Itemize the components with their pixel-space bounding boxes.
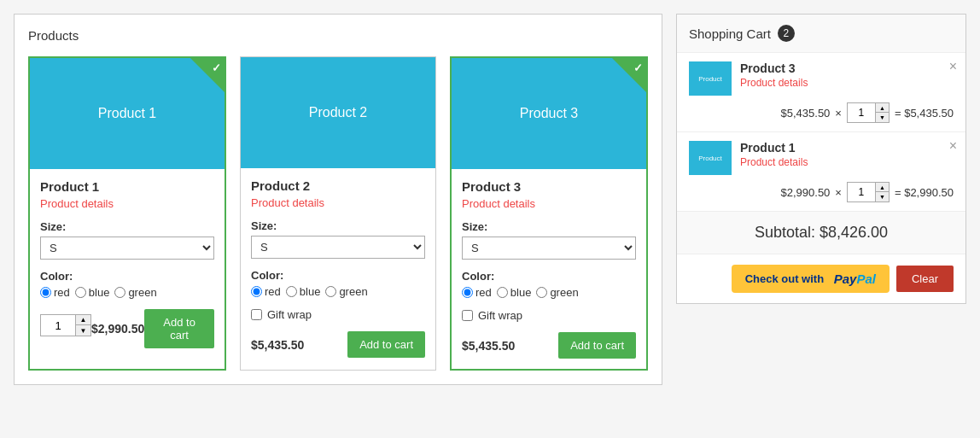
size-label-1: Size: xyxy=(40,220,214,233)
color-group-3: red blue green xyxy=(462,286,636,299)
cart-item-row-3: Product Product 3 Product details xyxy=(689,61,954,96)
cart-qty-arrows-3: ▲ ▼ xyxy=(875,103,889,122)
add-to-cart-btn-3[interactable]: Add to cart xyxy=(558,332,636,359)
products-grid: Product 1 ✓ Product 1 Product details Si… xyxy=(28,56,648,371)
product-details-link-3[interactable]: Product details xyxy=(462,197,636,210)
checkmark-icon-3: ✓ xyxy=(633,61,643,74)
cart-item-info-3: Product 3 Product details xyxy=(740,61,954,89)
product-details-link-1[interactable]: Product details xyxy=(40,197,214,210)
qty-arrows-1: ▲ ▼ xyxy=(75,315,90,336)
color-green-2[interactable]: green xyxy=(325,285,367,298)
cart-qty-up-1[interactable]: ▲ xyxy=(875,183,889,192)
product-image-label-2: Product 2 xyxy=(309,105,367,120)
cart-item-price-row-1: $2,990.50 × ▲ ▼ = $2,990.50 xyxy=(689,182,954,202)
price-label-3: $5,435.50 xyxy=(462,339,515,353)
product-body-3: Product 3 Product details Size: SMLXL Co… xyxy=(452,169,646,369)
cart-item-info-1: Product 1 Product details xyxy=(740,141,954,168)
size-label-3: Size: xyxy=(462,220,636,233)
cart-item-unit-price-3: $5,435.50 xyxy=(781,107,831,120)
color-green-3[interactable]: green xyxy=(536,286,578,299)
cart-item-thumb-3: Product xyxy=(689,61,732,96)
checkmark-icon-1: ✓ xyxy=(212,61,221,74)
price-label-2: $5,435.50 xyxy=(251,338,304,352)
product-image-3: Product 3 ✓ xyxy=(452,58,646,169)
cart-item-1: × Product Product 1 Product details $2,9… xyxy=(677,132,965,212)
cart-item-details-1[interactable]: Product details xyxy=(740,156,808,168)
cart-badge: 2 xyxy=(778,25,795,42)
color-blue-3[interactable]: blue xyxy=(497,286,532,299)
product-footer-3: $5,435.50 Add to cart xyxy=(462,332,636,359)
product-image-2: Product 2 xyxy=(241,57,435,168)
color-green-1[interactable]: green xyxy=(114,286,156,299)
qty-down-1[interactable]: ▼ xyxy=(75,325,90,336)
size-label-2: Size: xyxy=(251,219,425,232)
checkmark-badge-1: ✓ xyxy=(190,58,225,92)
gift-wrap-label-3: Gift wrap xyxy=(478,309,522,322)
product-footer-2: $5,435.50 Add to cart xyxy=(251,331,425,358)
color-label-1: Color: xyxy=(40,270,214,283)
product-name-1: Product 1 xyxy=(40,179,214,194)
cart-actions: Check out with PayPal Clear xyxy=(677,254,965,303)
cart-item-total-3: = $5,435.50 xyxy=(895,107,954,120)
qty-price-group-1: ▲ ▼ xyxy=(40,314,91,343)
cart-qty-input-1[interactable] xyxy=(848,183,875,201)
cart-item-row-1: Product Product 1 Product details xyxy=(689,141,954,175)
checkout-label: Check out with xyxy=(745,272,824,285)
product-body-1: Product 1 Product details Size: SMLXL Co… xyxy=(30,169,225,359)
add-to-cart-btn-2[interactable]: Add to cart xyxy=(347,331,425,358)
clear-button[interactable]: Clear xyxy=(896,266,954,292)
cart-item-price-row-3: $5,435.50 × ▲ ▼ = $5,435.50 xyxy=(689,102,954,123)
cart-item-close-3[interactable]: × xyxy=(949,60,957,73)
paypal-checkout-button[interactable]: Check out with PayPal xyxy=(732,265,890,293)
cart-item-thumb-1: Product xyxy=(689,141,732,175)
color-blue-1[interactable]: blue xyxy=(75,286,110,299)
subtotal-text: Subtotal: $8,426.00 xyxy=(755,224,888,241)
cart-item-close-1[interactable]: × xyxy=(949,139,957,153)
checkmark-badge-3: ✓ xyxy=(612,58,646,92)
cart-qty-up-3[interactable]: ▲ xyxy=(875,103,889,113)
product-image-label-3: Product 3 xyxy=(520,106,578,121)
size-select-2[interactable]: SMLXL xyxy=(251,236,425,259)
cart-item-name-1: Product 1 xyxy=(740,141,954,155)
quantity-input-1[interactable] xyxy=(41,315,75,336)
color-label-2: Color: xyxy=(251,269,425,282)
thumb-label-1: Product xyxy=(698,155,722,162)
cart-qty-down-3[interactable]: ▼ xyxy=(875,113,889,122)
add-to-cart-btn-1[interactable]: Add to cart xyxy=(144,309,214,348)
gift-wrap-label-2: Gift wrap xyxy=(267,308,312,321)
product-name-3: Product 3 xyxy=(462,179,636,194)
gift-wrap-checkbox-2[interactable] xyxy=(251,309,262,320)
cart-qty-input-3[interactable] xyxy=(848,103,875,122)
cart-title: Shopping Cart xyxy=(689,26,771,41)
cart-subtotal: Subtotal: $8,426.00 xyxy=(677,212,965,254)
product-image-1: Product 1 ✓ xyxy=(30,58,225,169)
cart-header: Shopping Cart 2 xyxy=(677,15,965,53)
cart-qty-wrapper-1: ▲ ▼ xyxy=(847,182,890,202)
color-red-1[interactable]: red xyxy=(40,286,70,299)
cart-item-times-1: × xyxy=(835,186,842,199)
product-card-2: Product 2 Product 2 Product details Size… xyxy=(240,56,436,371)
qty-up-1[interactable]: ▲ xyxy=(75,315,90,325)
color-blue-2[interactable]: blue xyxy=(286,285,321,298)
quantity-wrapper-1: ▲ ▼ xyxy=(40,314,91,336)
cart-item-details-3[interactable]: Product details xyxy=(740,77,808,89)
size-select-1[interactable]: SMLXL xyxy=(40,237,214,260)
product-name-2: Product 2 xyxy=(251,178,425,193)
product-card-3: Product 3 ✓ Product 3 Product details Si… xyxy=(450,56,648,371)
size-select-3[interactable]: SMLXL xyxy=(462,237,636,260)
product-details-link-2[interactable]: Product details xyxy=(251,196,425,209)
cart-item-name-3: Product 3 xyxy=(740,61,954,75)
cart-panel: Shopping Cart 2 × Product Product 3 Prod… xyxy=(676,14,966,304)
color-red-3[interactable]: red xyxy=(462,286,492,299)
cart-item-unit-price-1: $2,990.50 xyxy=(781,186,831,199)
cart-qty-down-1[interactable]: ▼ xyxy=(875,192,889,201)
color-red-2[interactable]: red xyxy=(251,285,281,298)
cart-item-times-3: × xyxy=(835,107,842,120)
product-footer-1: ▲ ▼ $2,990.50 Add to cart xyxy=(40,309,214,348)
paypal-logo: PayPal xyxy=(834,272,876,286)
product-body-2: Product 2 Product details Size: SMLXL Co… xyxy=(241,168,435,368)
color-group-1: red blue green xyxy=(40,286,214,299)
color-label-3: Color: xyxy=(462,270,636,283)
color-group-2: red blue green xyxy=(251,285,425,298)
gift-wrap-checkbox-3[interactable] xyxy=(462,310,473,321)
